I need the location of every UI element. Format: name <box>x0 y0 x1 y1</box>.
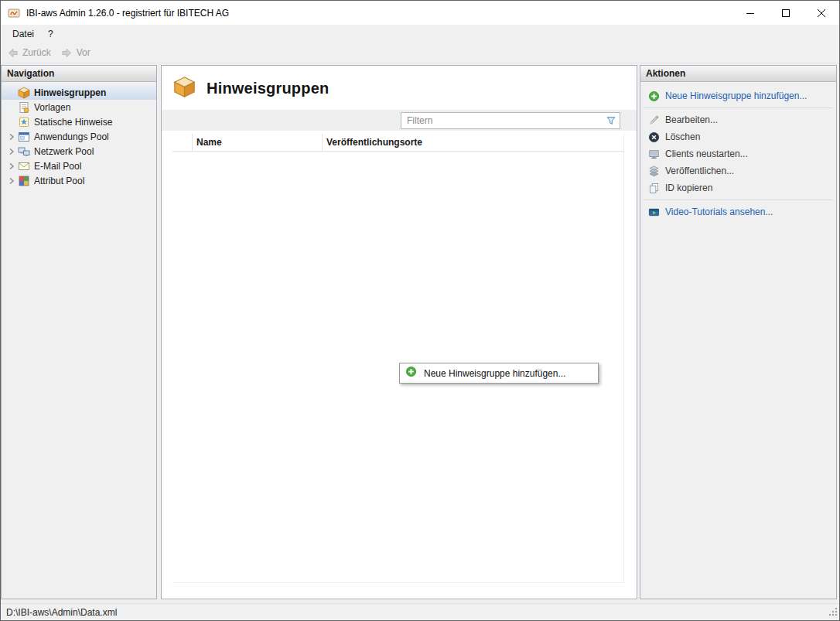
application-window-icon <box>18 131 32 143</box>
restart-clients-icon <box>647 148 660 160</box>
attribute-flag-icon <box>18 175 32 187</box>
table-header-row: Name Veröffentlichungsorte <box>172 134 623 152</box>
publish-icon <box>647 165 660 177</box>
app-window: IBI-aws Admin 1.26.0 - registriert für I… <box>0 0 840 621</box>
action-label: Löschen <box>665 131 700 142</box>
add-icon <box>647 90 660 102</box>
statusbar: D:\IBI-aws\Admin\Data.xml <box>1 603 839 620</box>
content-area: Navigation Hinweisgruppen <box>1 63 839 603</box>
menu-datei[interactable]: Datei <box>5 26 41 42</box>
video-icon <box>647 206 660 218</box>
actions-list: Neue Hinweisgruppe hinzufügen... Bearbei… <box>640 82 836 220</box>
add-icon <box>405 366 417 380</box>
column-header-veroeffentlichungsorte[interactable]: Veröffentlichungsorte <box>323 134 623 151</box>
action-bearbeiten[interactable]: Bearbeiten... <box>640 111 836 128</box>
nav-item-label: Hinweisgruppen <box>34 87 106 98</box>
nav-item-label: Netzwerk Pool <box>34 146 94 157</box>
add-hinweisgruppe-button[interactable]: Neue Hinweisgruppe hinzufügen... <box>399 363 599 384</box>
nav-item-hinweisgruppen[interactable]: Hinweisgruppen <box>2 85 156 100</box>
separator <box>644 200 833 200</box>
back-button[interactable]: Zurück <box>6 46 57 60</box>
forward-button[interactable]: Vor <box>60 46 97 60</box>
nav-item-label: Anwendungs Pool <box>34 131 109 142</box>
navigation-tree: Hinweisgruppen Vorlagen <box>2 82 156 188</box>
actions-panel: Aktionen Neue Hinweisgruppe hinzufügen..… <box>640 65 837 599</box>
delete-icon <box>647 131 660 143</box>
filter-input[interactable] <box>401 115 604 126</box>
back-arrow-icon <box>6 46 19 60</box>
resize-grip-icon[interactable] <box>828 607 838 619</box>
page-title: Hinweisgruppen <box>207 80 329 97</box>
actions-header: Aktionen <box>640 66 836 82</box>
statusbar-file-path: D:\IBI-aws\Admin\Data.xml <box>6 607 117 618</box>
nav-item-label: Vorlagen <box>34 102 70 113</box>
envelope-icon <box>18 160 32 172</box>
chevron-right-icon[interactable] <box>5 161 18 172</box>
action-label: Video-Tutorials ansehen... <box>665 206 773 217</box>
chevron-right-icon[interactable] <box>5 146 18 157</box>
hinweisgruppen-table: Name Veröffentlichungsorte <box>172 134 624 583</box>
action-label: ID kopieren <box>665 183 712 193</box>
filter-band <box>162 110 637 131</box>
maximize-button[interactable] <box>768 1 804 25</box>
minimize-button[interactable] <box>732 1 768 25</box>
action-id-kopieren[interactable]: ID kopieren <box>640 179 836 196</box>
nav-item-vorlagen[interactable]: Vorlagen <box>2 100 156 114</box>
filter-funnel-icon[interactable] <box>604 115 620 126</box>
navigation-header: Navigation <box>2 66 156 82</box>
action-label: Neue Hinweisgruppe hinzufügen... <box>665 90 807 101</box>
forward-arrow-icon <box>60 46 73 60</box>
nav-item-attribut-pool[interactable]: Attribut Pool <box>2 173 156 188</box>
forward-label: Vor <box>77 47 90 58</box>
close-button[interactable] <box>804 1 839 25</box>
copy-icon <box>647 183 660 194</box>
chevron-right-icon[interactable] <box>5 131 18 142</box>
minimize-icon <box>746 9 754 17</box>
action-label: Clients neustarten... <box>665 148 748 159</box>
action-loeschen[interactable]: Löschen <box>640 128 836 145</box>
action-veroeffentlichen[interactable]: Veröffentlichen... <box>640 162 836 179</box>
nav-item-statische-hinweise[interactable]: Statische Hinweise <box>2 114 156 129</box>
toolbar: Zurück Vor <box>1 43 839 63</box>
column-header-selector <box>172 134 193 151</box>
separator <box>644 107 833 108</box>
main-panel: Hinweisgruppen Name Veröffentlichungso <box>161 65 637 599</box>
back-label: Zurück <box>22 47 51 58</box>
maximize-icon <box>782 9 790 17</box>
titlebar: IBI-aws Admin 1.26.0 - registriert für I… <box>1 1 839 25</box>
edit-pencil-icon <box>647 114 660 126</box>
action-clients-neustarten[interactable]: Clients neustarten... <box>640 145 836 162</box>
chevron-right-icon[interactable] <box>5 176 18 186</box>
nav-item-email-pool[interactable]: E-Mail Pool <box>2 159 156 173</box>
nav-item-label: Attribut Pool <box>34 176 84 186</box>
template-icon <box>18 101 32 114</box>
nav-item-anwendungs-pool[interactable]: Anwendungs Pool <box>2 129 156 144</box>
static-note-icon <box>18 116 32 128</box>
filter-box <box>401 112 620 129</box>
navigation-panel: Navigation Hinweisgruppen <box>1 65 157 599</box>
nav-item-label: Statische Hinweise <box>34 117 112 128</box>
network-icon <box>18 145 32 158</box>
menubar: Datei ? <box>1 25 839 43</box>
menu-help[interactable]: ? <box>41 26 60 42</box>
package-icon <box>172 76 196 101</box>
action-label: Bearbeiten... <box>665 114 718 125</box>
action-label: Veröffentlichen... <box>665 165 734 176</box>
nav-item-label: E-Mail Pool <box>34 161 81 172</box>
main-header: Hinweisgruppen <box>162 66 637 110</box>
window-title: IBI-aws Admin 1.26.0 - registriert für I… <box>26 8 229 19</box>
add-hinweisgruppe-button-label: Neue Hinweisgruppe hinzufügen... <box>424 368 565 379</box>
column-header-name[interactable]: Name <box>193 134 323 151</box>
action-video-tutorials[interactable]: Video-Tutorials ansehen... <box>640 203 836 220</box>
package-icon <box>18 87 32 99</box>
close-icon <box>818 9 825 17</box>
app-logo-icon <box>8 7 20 19</box>
action-neue-hinweisgruppe[interactable]: Neue Hinweisgruppe hinzufügen... <box>640 87 836 104</box>
nav-item-netzwerk-pool[interactable]: Netzwerk Pool <box>2 144 156 159</box>
